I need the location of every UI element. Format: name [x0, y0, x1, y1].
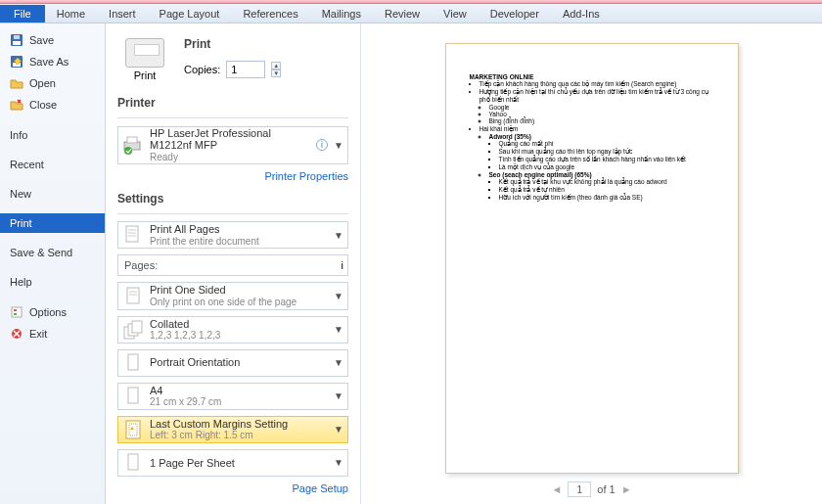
svg-rect-5	[12, 307, 22, 317]
chevron-down-icon: ▼	[334, 357, 343, 368]
sidebar-exit[interactable]: Exit	[0, 323, 105, 344]
sidebar-open[interactable]: Open	[0, 72, 105, 94]
options-icon	[10, 305, 23, 319]
svg-rect-16	[127, 288, 139, 303]
chevron-down-icon: ▼	[334, 230, 343, 241]
pages-icon	[122, 224, 144, 246]
sidebar-save-as[interactable]: Save As	[0, 51, 105, 72]
pages-label: Pages:	[118, 255, 163, 275]
tab-references[interactable]: References	[231, 5, 309, 23]
chevron-down-icon: ▼	[334, 291, 343, 301]
print-preview: MARKETING ONLNIE Tiếp cận khách hàng thô…	[361, 23, 822, 504]
svg-rect-6	[14, 309, 17, 311]
paper-size-selector[interactable]: A421 cm x 29.7 cm ▼	[117, 383, 348, 410]
one-per-sheet-icon	[122, 452, 144, 474]
settings-section-title: Settings	[117, 192, 348, 206]
collated-icon	[122, 319, 144, 341]
svg-rect-1	[13, 41, 21, 45]
svg-rect-10	[127, 137, 137, 143]
svg-rect-12	[126, 226, 138, 242]
info-icon: i	[342, 259, 343, 271]
page-of-label: of 1	[597, 483, 615, 495]
prev-page-button[interactable]: ◄	[551, 483, 562, 495]
copies-spinner[interactable]: ▲▼	[271, 62, 281, 77]
print-title: Print	[184, 37, 281, 51]
chevron-down-icon: ▼	[334, 324, 343, 335]
sidebar-save-send[interactable]: Save & Send	[0, 243, 105, 262]
print-range-selector[interactable]: Print All PagesPrint the entire document…	[117, 221, 348, 249]
printer-properties-link[interactable]: Printer Properties	[117, 170, 348, 182]
file-tab[interactable]: File	[0, 5, 45, 23]
copies-input[interactable]	[226, 61, 265, 78]
orientation-selector[interactable]: Portrait Orientation ▼	[117, 349, 348, 377]
tab-mailings[interactable]: Mailings	[310, 5, 373, 23]
print-button[interactable]: Print	[117, 33, 172, 86]
ribbon-tabs: File Home Insert Page Layout References …	[0, 4, 822, 23]
tab-view[interactable]: View	[432, 5, 479, 23]
margins-selector[interactable]: Last Custom Margins SettingLeft: 3 cm Ri…	[117, 416, 348, 443]
sidebar-recent[interactable]: Recent	[0, 155, 105, 174]
page-navigator: ◄ 1 of 1 ►	[551, 481, 631, 497]
pages-input-row: Pages: i	[117, 254, 348, 276]
sidebar-print[interactable]: Print	[0, 213, 105, 233]
printer-icon	[125, 38, 164, 68]
margins-icon	[122, 419, 144, 440]
chevron-down-icon: ▼	[334, 390, 343, 401]
tab-home[interactable]: Home	[45, 5, 97, 23]
printer-status-icon	[122, 134, 144, 156]
sidebar-help[interactable]: Help	[0, 272, 105, 292]
pages-per-sheet-selector[interactable]: 1 Page Per Sheet ▼	[117, 449, 348, 477]
svg-rect-27	[128, 454, 138, 470]
portrait-icon	[122, 352, 144, 374]
svg-rect-23	[128, 388, 138, 403]
print-settings-panel: Print Print Copies: ▲▼ Printer HP LaserJ…	[106, 23, 360, 504]
collate-selector[interactable]: Collated1,2,3 1,2,3 1,2,3 ▼	[117, 316, 348, 344]
sidebar-options[interactable]: Options	[0, 301, 105, 323]
svg-rect-21	[132, 321, 142, 333]
copies-label: Copies:	[184, 64, 220, 75]
sidebar-save[interactable]: Save	[0, 29, 105, 51]
svg-rect-2	[14, 35, 20, 39]
open-icon	[10, 76, 23, 90]
tab-developer[interactable]: Developer	[479, 5, 551, 23]
info-icon: i	[316, 139, 328, 151]
printer-section-title: Printer	[117, 96, 348, 110]
page-setup-link[interactable]: Page Setup	[117, 482, 348, 494]
chevron-down-icon: ▼	[334, 140, 343, 151]
pages-input[interactable]	[163, 255, 337, 275]
tab-page-layout[interactable]: Page Layout	[148, 5, 232, 23]
one-sided-icon	[122, 286, 144, 307]
page-number-input[interactable]: 1	[568, 481, 591, 497]
sidebar-new[interactable]: New	[0, 184, 105, 204]
svg-rect-22	[128, 354, 138, 370]
tab-review[interactable]: Review	[373, 5, 432, 23]
page-size-icon	[122, 386, 144, 407]
save-icon	[10, 33, 23, 47]
chevron-down-icon: ▼	[334, 457, 343, 468]
exit-icon	[10, 327, 23, 341]
sides-selector[interactable]: Print One SidedOnly print on one side of…	[117, 282, 348, 309]
svg-rect-7	[14, 313, 17, 315]
tab-insert[interactable]: Insert	[97, 5, 148, 23]
close-icon	[10, 98, 23, 112]
save-as-icon	[10, 55, 23, 69]
sidebar-close[interactable]: Close	[0, 94, 105, 115]
printer-selector[interactable]: HP LaserJet Professional M1212nf MFPRead…	[117, 126, 348, 164]
chevron-down-icon: ▼	[334, 424, 343, 435]
next-page-button[interactable]: ►	[621, 483, 632, 495]
preview-page: MARKETING ONLNIE Tiếp cận khách hàng thô…	[445, 43, 739, 474]
tab-addins[interactable]: Add-Ins	[551, 5, 612, 23]
backstage-sidebar: Save Save As Open Close Info Recent New …	[0, 23, 106, 504]
sidebar-info[interactable]: Info	[0, 125, 105, 145]
